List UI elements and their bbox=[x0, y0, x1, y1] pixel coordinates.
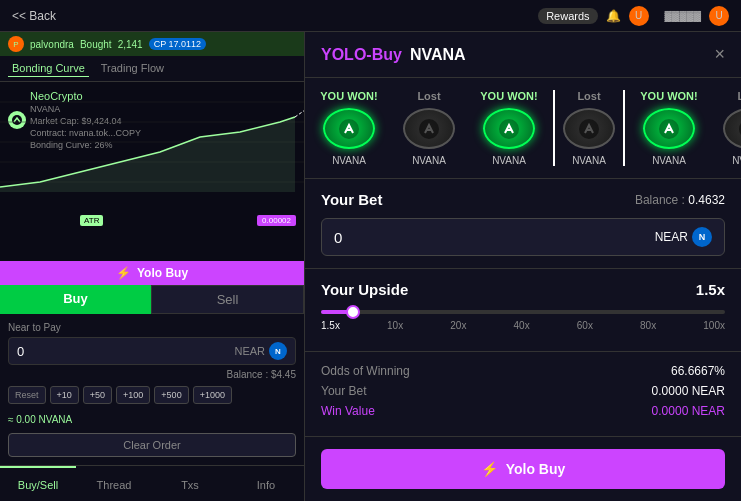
modal-ticker: NVANA bbox=[410, 46, 466, 64]
slot-coin-1 bbox=[323, 108, 375, 149]
yolo-btn-icon: ⚡ bbox=[481, 461, 498, 477]
preset-500-btn[interactable]: +500 bbox=[154, 386, 188, 404]
yolo-buy-banner[interactable]: ⚡ Yolo Buy bbox=[0, 261, 304, 285]
odds-value: 66.6667% bbox=[671, 364, 725, 378]
sell-tab[interactable]: Sell bbox=[151, 285, 304, 314]
your-bet-row: Your Bet 0.0000 NEAR bbox=[321, 384, 725, 398]
label-80x: 80x bbox=[640, 320, 656, 331]
slot-3: YOU WON! NVANA bbox=[473, 90, 545, 166]
bell-icon: 🔔 bbox=[606, 9, 621, 23]
slider-labels: 1.5x 10x 20x 40x 60x 80x 100x bbox=[321, 320, 725, 331]
slot-5: YOU WON! NVANA bbox=[633, 90, 705, 166]
label-1-5x: 1.5x bbox=[321, 320, 340, 331]
yolo-btn-label: Yolo Buy bbox=[506, 461, 566, 477]
yolo-buy-modal: YOLO-Buy NVANA × YOU WON! NVANA Lost NVA… bbox=[305, 32, 741, 501]
atr-badge: ATR bbox=[80, 215, 103, 226]
your-bet-section: Your Bet Balance : 0.4632 NEAR N bbox=[305, 179, 741, 269]
rewards-button[interactable]: Rewards bbox=[538, 8, 597, 24]
nav-buy-sell[interactable]: Buy/Sell bbox=[0, 466, 76, 501]
slot-coin-3 bbox=[483, 108, 535, 149]
slot-result-6: Lost bbox=[737, 90, 741, 102]
slot-ticker-6: NVANA bbox=[732, 155, 741, 166]
your-bet-label-row: Your Bet bbox=[321, 384, 367, 398]
slot-coin-2 bbox=[403, 108, 455, 149]
top-bar-left: << Back bbox=[12, 9, 56, 23]
odds-section: Odds of Winning 66.6667% Your Bet 0.0000… bbox=[305, 352, 741, 437]
bottom-nav: Buy/Sell Thread Txs Info bbox=[0, 465, 304, 501]
tab-bonding-curve[interactable]: Bonding Curve bbox=[8, 60, 89, 77]
slot-ticker-3: NVANA bbox=[492, 155, 526, 166]
user-avatar: P bbox=[8, 36, 24, 52]
slot-result-3: YOU WON! bbox=[480, 90, 537, 102]
reset-btn[interactable]: Reset bbox=[8, 386, 46, 404]
modal-close-btn[interactable]: × bbox=[714, 44, 725, 65]
slot-2: Lost NVANA bbox=[393, 90, 465, 166]
nav-info[interactable]: Info bbox=[228, 466, 304, 501]
near-badge-modal: NEAR N bbox=[655, 227, 712, 247]
preset-100-btn[interactable]: +100 bbox=[116, 386, 150, 404]
slot-coin-4 bbox=[563, 108, 615, 149]
label-20x: 20x bbox=[450, 320, 466, 331]
top-avatar-right: U bbox=[709, 6, 729, 26]
top-right-user: ▓▓▓▓▓ bbox=[665, 10, 701, 21]
slot-6: Lost NVANA bbox=[713, 90, 741, 166]
slot-coin-5 bbox=[643, 108, 695, 149]
bet-amount-input[interactable] bbox=[334, 229, 655, 246]
buy-tab[interactable]: Buy bbox=[0, 285, 151, 314]
slot-result-4: Lost bbox=[577, 90, 600, 102]
slot-coin-6 bbox=[723, 108, 741, 149]
user-info-bar: P palvondra Bought 2,141 CP 17.0112 bbox=[0, 32, 304, 56]
slider-thumb[interactable] bbox=[346, 305, 360, 319]
bought-label: Bought bbox=[80, 39, 112, 50]
your-bet-title: Your Bet bbox=[321, 191, 382, 208]
buy-sell-tabs: Buy Sell bbox=[0, 285, 304, 314]
nav-thread[interactable]: Thread bbox=[76, 466, 152, 501]
near-input-row: NEAR N bbox=[8, 337, 296, 365]
bet-header: Your Bet Balance : 0.4632 bbox=[321, 191, 725, 208]
chart-area: NeoCrypto NVANA Market Cap: $9,424.04 Co… bbox=[0, 82, 304, 261]
preset-10-btn[interactable]: +10 bbox=[50, 386, 79, 404]
tab-trading-flow[interactable]: Trading Flow bbox=[97, 60, 168, 77]
yolo-banner-label: Yolo Buy bbox=[137, 266, 188, 280]
upside-value: 1.5x bbox=[696, 281, 725, 298]
bought-amount: 2,141 bbox=[118, 39, 143, 50]
trade-inputs: Near to Pay NEAR N Balance : $4.45 Reset… bbox=[0, 314, 304, 465]
modal-yolo-label: YOLO-Buy bbox=[321, 46, 402, 64]
clear-order-btn[interactable]: Clear Order bbox=[8, 433, 296, 457]
price-badge: 0.00002 bbox=[257, 215, 296, 226]
preset-1000-btn[interactable]: +1000 bbox=[193, 386, 232, 404]
near-amount-input[interactable] bbox=[17, 344, 234, 359]
modal-header: YOLO-Buy NVANA × bbox=[305, 32, 741, 78]
bet-balance-info: Balance : 0.4632 bbox=[635, 193, 725, 207]
preset-50-btn[interactable]: +50 bbox=[83, 386, 112, 404]
top-bar-right: Rewards 🔔 U ▓▓▓▓▓ U bbox=[538, 6, 729, 26]
slot-ticker-4: NVANA bbox=[572, 155, 606, 166]
back-button[interactable]: << Back bbox=[12, 9, 56, 23]
yolo-icon: ⚡ bbox=[116, 266, 131, 280]
slider-track bbox=[321, 310, 725, 314]
near-label-left: NEAR bbox=[234, 345, 265, 357]
near-logo: N bbox=[269, 342, 287, 360]
label-100x: 100x bbox=[703, 320, 725, 331]
your-bet-amount: 0.0000 NEAR bbox=[652, 384, 725, 398]
upside-header: Your Upside 1.5x bbox=[321, 281, 725, 298]
modal-title: YOLO-Buy NVANA bbox=[321, 46, 466, 64]
slot-ticker-2: NVANA bbox=[412, 155, 446, 166]
near-text: NEAR bbox=[655, 230, 688, 244]
win-value-label: Win Value bbox=[321, 404, 375, 418]
slots-row: YOU WON! NVANA Lost NVANA YOU WON! NVANA bbox=[305, 78, 741, 179]
odds-label: Odds of Winning bbox=[321, 364, 410, 378]
odds-of-winning-row: Odds of Winning 66.6667% bbox=[321, 364, 725, 378]
near-to-pay-label: Near to Pay bbox=[8, 322, 296, 333]
balance-display: Balance : $4.45 bbox=[8, 369, 296, 380]
chart-svg bbox=[0, 82, 304, 261]
slot-1: YOU WON! NVANA bbox=[313, 90, 385, 166]
slot-result-2: Lost bbox=[417, 90, 440, 102]
nav-txs[interactable]: Txs bbox=[152, 466, 228, 501]
label-10x: 10x bbox=[387, 320, 403, 331]
win-value-row: Win Value 0.0000 NEAR bbox=[321, 404, 725, 418]
bet-input-row: NEAR N bbox=[321, 218, 725, 256]
near-badge: CP 17.0112 bbox=[149, 38, 206, 50]
yolo-buy-modal-btn[interactable]: ⚡ Yolo Buy bbox=[321, 449, 725, 489]
label-40x: 40x bbox=[514, 320, 530, 331]
